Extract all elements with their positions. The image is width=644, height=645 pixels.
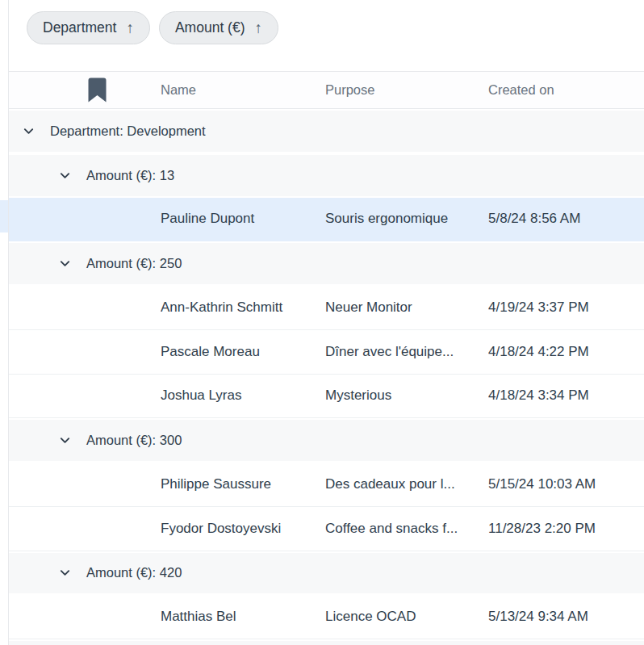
group-row-amount-13[interactable]: Amount (€): 13	[9, 153, 644, 198]
sort-ascending-icon: ↑	[126, 20, 134, 36]
cell-name: Philippe Saussure	[161, 476, 325, 492]
column-header-name[interactable]: Name	[161, 82, 325, 98]
group-label: Amount (€): 420	[86, 565, 182, 580]
group-row-amount-420[interactable]: Amount (€): 420	[9, 551, 644, 596]
cell-purpose: Neuer Monitor	[325, 299, 488, 316]
cell-purpose: Licence OCAD	[325, 609, 488, 625]
group-pill-label: Amount (€)	[175, 19, 245, 36]
cell-purpose: Dîner avec l'équipe...	[325, 344, 488, 360]
cell-name: Joshua Lyras	[161, 387, 325, 404]
selected-row-gutter-indicator	[0, 200, 8, 232]
cell-created-on: 5/8/24 8:56 AM	[488, 211, 644, 227]
bookmark-icon	[88, 77, 107, 103]
cell-created-on: 4/18/24 3:34 PM	[488, 387, 644, 404]
table-row[interactable]: Matthias Bel Licence OCAD 5/13/24 9:34 A…	[9, 595, 644, 639]
group-pill-label: Department	[43, 19, 116, 36]
table-row[interactable]: Ann-Kathrin Schmitt Neuer Monitor 4/19/2…	[9, 286, 644, 330]
group-label: Amount (€): 300	[86, 433, 182, 448]
chevron-down-icon[interactable]	[59, 567, 71, 579]
table-header-row: Name Purpose Created on	[9, 72, 644, 109]
records-table: Name Purpose Created on Department: Deve…	[9, 71, 644, 645]
group-label: Amount (€): 13	[86, 168, 174, 183]
group-label: Department: Development	[50, 124, 206, 139]
table-row-selected[interactable]: Pauline Dupont Souris ergonomique 5/8/24…	[9, 198, 644, 242]
chevron-down-icon[interactable]	[59, 258, 71, 270]
chevron-down-icon[interactable]	[59, 434, 71, 446]
chevron-down-icon[interactable]	[23, 125, 35, 137]
cell-name: Matthias Bel	[161, 609, 325, 625]
group-row-department-development[interactable]: Department: Development	[9, 109, 644, 153]
cell-name: Pauline Dupont	[161, 211, 325, 227]
grouped-table-page: Department ↑ Amount (€) ↑ Name Purpose	[0, 0, 644, 645]
bookmark-column-header[interactable]	[9, 77, 161, 103]
group-row-amount-250[interactable]: Amount (€): 250	[9, 241, 644, 286]
cell-purpose: Mysterious	[325, 387, 488, 404]
cell-purpose: Des cadeaux pour l...	[325, 476, 488, 492]
column-header-created-on[interactable]: Created on	[488, 82, 644, 98]
cell-name: Ann-Kathrin Schmitt	[161, 299, 325, 316]
cell-name: Pascale Moreau	[161, 344, 325, 360]
table-row[interactable]: Joshua Lyras Mysterious 4/18/24 3:34 PM	[9, 375, 644, 419]
sort-ascending-icon: ↑	[255, 20, 263, 36]
chevron-down-icon[interactable]	[59, 170, 71, 182]
table-row[interactable]: Pascale Moreau Dîner avec l'équipe... 4/…	[9, 330, 644, 375]
cell-purpose: Souris ergonomique	[325, 211, 488, 227]
group-label: Amount (€): 250	[86, 256, 182, 271]
table-row[interactable]: Philippe Saussure Des cadeaux pour l... …	[9, 463, 644, 507]
column-header-purpose[interactable]: Purpose	[325, 82, 488, 98]
cell-created-on: 11/28/23 2:20 PM	[488, 521, 644, 537]
group-row-amount-300[interactable]: Amount (€): 300	[9, 418, 644, 463]
cell-name: Fyodor Dostoyevski	[161, 521, 325, 537]
next-group-row-partial	[9, 639, 644, 645]
cell-purpose: Coffee and snacks f...	[325, 521, 488, 537]
table-panel: Department ↑ Amount (€) ↑ Name Purpose	[8, 0, 644, 645]
cell-created-on: 4/19/24 3:37 PM	[488, 299, 644, 316]
table-row[interactable]: Fyodor Dostoyevski Coffee and snacks f..…	[9, 507, 644, 551]
cell-created-on: 5/13/24 9:34 AM	[488, 609, 644, 625]
cell-created-on: 4/18/24 4:22 PM	[488, 344, 644, 360]
group-pill-department[interactable]: Department ↑	[27, 11, 150, 44]
cell-created-on: 5/15/24 10:03 AM	[488, 476, 644, 492]
group-pill-amount[interactable]: Amount (€) ↑	[159, 11, 278, 44]
grouping-toolbar: Department ↑ Amount (€) ↑	[9, 0, 644, 71]
